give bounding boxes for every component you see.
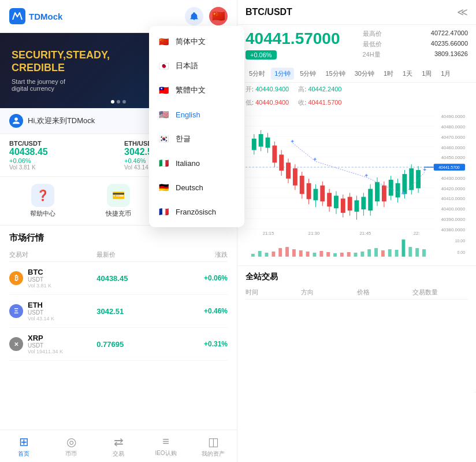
market-col-pair: 交易对 (9, 250, 96, 259)
low-value2: 40440.9400 (255, 99, 289, 106)
flag-de: 🇩🇪 (157, 181, 170, 194)
svg-rect-28 (259, 134, 263, 147)
lang-traditional-chinese[interactable]: 🇹🇼 繁體中文 (149, 78, 244, 102)
language-flag-icon[interactable]: 🇨🇳 (209, 7, 228, 25)
nav-home[interactable]: ⊞ 首页 (0, 430, 47, 462)
lang-german-label: Deutsch (176, 183, 203, 192)
svg-rect-68 (396, 183, 400, 198)
svg-text:0.00: 0.00 (458, 250, 466, 254)
svg-text:40430.0000: 40430.0000 (441, 176, 465, 181)
tab-15min[interactable]: 15分钟 (322, 68, 348, 80)
lang-english[interactable]: 🇺🇸 English (149, 102, 244, 127)
nav-ieo[interactable]: ≡ IEO认购 (142, 430, 189, 462)
nav-trade[interactable]: ⇄ 交易 (95, 430, 142, 462)
market-row-xrp[interactable]: ✕ XRP USDT Vol 19411.34 K 0.77695 +0.31% (9, 328, 228, 361)
btc-change: +0.06% (184, 274, 228, 282)
action-recharge-label: 快捷充币 (106, 209, 131, 218)
ohlc-high: 高: 40442.2400 (298, 85, 341, 94)
open-value: 40440.9400 (255, 86, 289, 93)
nav-coin[interactable]: ◎ 币币 (47, 430, 95, 462)
lang-korean-label: 한글 (176, 134, 191, 144)
svg-text:40420.0000: 40420.0000 (441, 186, 465, 191)
svg-rect-113 (415, 248, 419, 257)
nav-trade-label: 交易 (113, 450, 124, 458)
svg-rect-89 (251, 254, 255, 257)
svg-rect-92 (272, 252, 275, 257)
svg-rect-46 (320, 186, 325, 202)
recharge-icon: 💳 (107, 184, 130, 207)
eth-price-info: 3042.51 (96, 307, 184, 316)
flag-tw: 🇹🇼 (157, 84, 170, 97)
action-help[interactable]: ❓ 帮助中心 (5, 184, 80, 218)
price-change-badge: +0.06% (246, 50, 277, 60)
svg-text:40450.0000: 40450.0000 (441, 155, 465, 160)
trade-title: 全站交易 (246, 272, 468, 282)
notification-icon[interactable] (185, 7, 203, 25)
lang-french-label: Französisch (176, 208, 216, 216)
chart-back-button[interactable]: ≪ (457, 6, 468, 19)
svg-rect-60 (368, 189, 373, 211)
lang-italian-label: Italiano (176, 159, 200, 168)
tab-1m[interactable]: 1月 (437, 68, 454, 80)
svg-rect-52 (341, 198, 345, 213)
eth-icon: Ξ (9, 304, 23, 318)
svg-rect-109 (388, 249, 392, 257)
tab-1d[interactable]: 1天 (399, 68, 416, 80)
lang-french[interactable]: 🇫🇷 Französisch (149, 199, 244, 224)
candlestick-chart: 40490.0000 40480.0000 40470.0000 40460.0… (246, 109, 468, 236)
ticker-btc-vol: Vol 3.81 K (9, 164, 113, 171)
open-label: 开 (246, 86, 252, 93)
svg-rect-106 (367, 249, 371, 257)
ohlc-open: 开: 40440.9400 (246, 85, 289, 94)
ohlc-low: 低: 40440.9400 (246, 98, 289, 107)
lang-simplified-chinese[interactable]: 🇨🇳 简体中文 (149, 29, 244, 54)
svg-rect-111 (401, 239, 405, 257)
svg-rect-114 (422, 249, 426, 257)
lang-japanese[interactable]: 🇯🇵 日本語 (149, 54, 244, 78)
svg-rect-34 (279, 154, 284, 171)
tab-30min[interactable]: 30分钟 (351, 68, 378, 80)
btc-vol: Vol 3.81 K (28, 283, 96, 289)
trade-icon: ⇄ (114, 435, 124, 449)
lang-traditional-chinese-label: 繁體中文 (176, 85, 206, 95)
banner-dots (111, 100, 126, 104)
eth-info: ETH USDT Vol 43.14 K (28, 301, 96, 321)
xrp-price-info: 0.77695 (96, 340, 184, 349)
svg-rect-97 (306, 252, 310, 257)
dot-3 (122, 100, 126, 104)
market-row-btc[interactable]: ₿ BTC USDT Vol 3.81 K 40438.45 +0.06% (9, 262, 228, 295)
lang-german[interactable]: 🇩🇪 Deutsch (149, 175, 244, 199)
lang-italian[interactable]: 🇮🇹 Italiano (149, 151, 244, 175)
svg-rect-90 (258, 251, 262, 257)
chart-pair-title: BTC/USDT (246, 7, 292, 17)
svg-rect-104 (354, 253, 358, 257)
tab-1w[interactable]: 1周 (418, 68, 435, 80)
tab-1h[interactable]: 1时 (380, 68, 397, 80)
language-dropdown[interactable]: 🇨🇳 简体中文 🇯🇵 日本語 🇹🇼 繁體中文 🇺🇸 English 🇰🇷 한글 … (149, 26, 244, 227)
svg-text:40480.0000: 40480.0000 (441, 124, 465, 130)
lang-korean[interactable]: 🇰🇷 한글 (149, 127, 244, 151)
stat-low: 最低价 40235.66000 (363, 40, 468, 49)
ticker-btc[interactable]: BTC/USDT 40438.45 +0.06% Vol 3.81 K (9, 140, 113, 171)
market-row-eth[interactable]: Ξ ETH USDT Vol 43.14 K 3042.51 +0.46% (9, 295, 228, 328)
tab-5fen[interactable]: 5分时 (246, 68, 269, 80)
nav-home-label: 首页 (18, 450, 29, 458)
high-value2: 40442.2400 (308, 86, 341, 93)
ohlc-row: 开: 40440.9400 高: 40442.2400 (237, 83, 476, 96)
vol-label: 24H量 (363, 50, 381, 59)
tab-1min[interactable]: 1分钟 (271, 68, 294, 80)
xrp-vol: Vol 19411.34 K (28, 349, 96, 354)
svg-text:40470.0000: 40470.0000 (441, 135, 465, 140)
action-recharge[interactable]: 💳 快捷充币 (80, 184, 156, 218)
ohlc-close: 收: 40441.5700 (298, 98, 341, 107)
svg-text:21:30: 21:30 (308, 231, 320, 236)
price-stats: 最高价 40722.47000 最低价 40235.66000 24H量 380… (363, 29, 468, 61)
svg-rect-62 (375, 182, 380, 202)
vol-value: 3809.13626 (434, 50, 468, 59)
nav-assets[interactable]: ◫ 我的资产 (189, 430, 237, 462)
market-title: 市场行情 (9, 232, 228, 243)
svg-text:21:45: 21:45 (359, 231, 371, 236)
tab-5min[interactable]: 5分钟 (296, 68, 319, 80)
xrp-name: XRP (28, 334, 96, 342)
svg-text:✦: ✦ (401, 190, 406, 196)
